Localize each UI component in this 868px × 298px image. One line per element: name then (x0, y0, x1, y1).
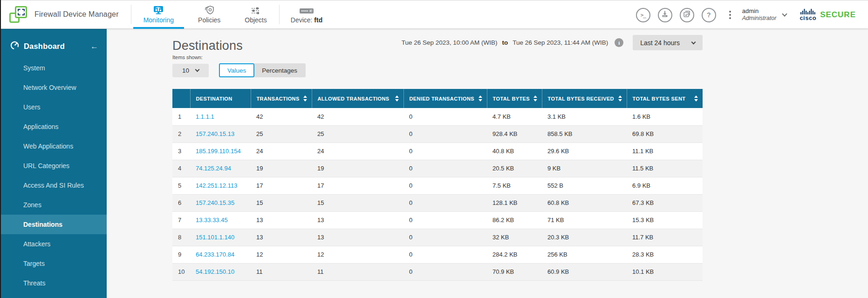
sort-icon[interactable] (303, 95, 307, 102)
help-icon: ? (707, 11, 711, 19)
destination-link[interactable]: 54.192.150.10 (196, 268, 234, 275)
deploy-icon (661, 10, 669, 20)
allowed-cell: 15 (312, 194, 403, 211)
app-header: Firewall Device Manager Monitoring (1, 0, 868, 29)
column-label: DENIED TRANSACTIONS (410, 96, 475, 102)
sent-cell: 11.1 KB (627, 142, 703, 160)
deploy-button[interactable] (658, 8, 672, 22)
sort-icon[interactable] (533, 95, 537, 102)
destination-cell: 74.125.24.94 (190, 160, 251, 177)
chevron-down-icon (691, 40, 696, 44)
destination-link[interactable]: 13.33.33.45 (196, 217, 228, 224)
row-rank: 4 (172, 160, 190, 177)
app-title: Firewall Device Manager (34, 10, 119, 19)
transactions-cell: 19 (251, 160, 312, 177)
column-label: DESTINATION (196, 96, 232, 102)
time-range-select[interactable]: Last 24 hours (633, 35, 703, 50)
sidebar-item-destinations[interactable]: Destinations (1, 215, 107, 234)
sidebar-item-system[interactable]: System (1, 58, 107, 78)
collapse-sidebar-icon[interactable]: ← (90, 42, 98, 51)
destination-link[interactable]: 74.125.24.94 (196, 165, 231, 172)
table-row: 1054.192.150.101111070.9 KB60.9 KB10.1 K… (172, 263, 703, 280)
received-cell: 60.8 KB (542, 194, 627, 211)
allowed-cell: 25 (312, 125, 403, 142)
more-options-button[interactable] (726, 9, 734, 21)
sort-icon[interactable] (618, 95, 622, 102)
total-bytes-cell: 32 KB (487, 229, 542, 246)
values-button[interactable]: Values (219, 63, 254, 77)
table-row: 964.233.170.8412120284.2 KB256 KB28.3 KB (172, 246, 703, 263)
tasks-button[interactable] (680, 8, 694, 22)
total-bytes-cell: 128.1 KB (487, 194, 542, 211)
destination-link[interactable]: 1.1.1.1 (196, 113, 214, 120)
tab-monitoring[interactable]: Monitoring (131, 0, 186, 29)
allowed-cell: 24 (312, 142, 403, 160)
destination-link[interactable]: 157.240.15.13 (196, 130, 234, 137)
sidebar-item-zones[interactable]: Zones (1, 195, 107, 215)
cli-console-button[interactable]: >_ (636, 8, 650, 22)
device-name: ftd (314, 16, 322, 24)
destination-link[interactable]: 142.251.12.113 (196, 182, 237, 189)
tab-policies[interactable]: Policies (186, 0, 232, 29)
destination-link[interactable]: 151.101.1.140 (196, 234, 234, 241)
sidebar-item-network-overview[interactable]: Network Overview (1, 78, 107, 97)
total-bytes-cell: 86.2 KB (487, 211, 542, 229)
destination-cell: 151.101.1.140 (190, 229, 251, 246)
tab-device[interactable]: Device: ftd (280, 6, 334, 24)
sidebar-item-access-and-si-rules[interactable]: Access And SI Rules (1, 176, 107, 195)
sent-cell: 11.7 KB (627, 229, 703, 246)
table-header-row: DESTINATIONTRANSACTIONSALLOWED TRANSACTI… (172, 89, 703, 108)
sort-icon[interactable] (395, 95, 399, 102)
range-start-datetime: Tue 26 Sep 2023, 10:00 AM (WIB) (402, 39, 498, 46)
received-cell: 256 KB (542, 246, 627, 263)
sent-cell: 69.8 KB (627, 125, 703, 142)
header-actions: >_ (636, 0, 868, 29)
sidebar-item-targets[interactable]: Targets (1, 254, 107, 273)
total-bytes-cell: 40.8 KB (487, 142, 542, 160)
sidebar-item-applications[interactable]: Applications (1, 117, 107, 136)
sidebar-item-web-applications[interactable]: Web Applications (1, 136, 107, 156)
app-logo-icon (8, 5, 28, 24)
destination-link[interactable]: 64.233.170.84 (196, 251, 234, 258)
table-row: 3185.199.110.1542424040.8 KB29.6 KB11.1 … (172, 142, 703, 160)
column-header-total-bytes[interactable]: TOTAL BYTES (487, 89, 542, 108)
tab-objects[interactable]: Objects (232, 0, 279, 29)
sort-icon[interactable] (478, 95, 482, 102)
denied-cell: 0 (403, 125, 487, 142)
table-controls: 10 Values Percentages (172, 63, 703, 77)
sidebar-item-url-categories[interactable]: URL Categories (1, 156, 107, 176)
destination-link[interactable]: 157.240.15.35 (196, 199, 234, 206)
sort-icon[interactable] (694, 95, 698, 102)
column-header-denied-transactions[interactable]: DENIED TRANSACTIONS (403, 89, 487, 108)
view-toggle: Values Percentages (219, 63, 306, 77)
allowed-cell: 13 (312, 211, 403, 229)
user-role: Administrator (742, 15, 777, 22)
percentages-button[interactable]: Percentages (254, 63, 306, 77)
row-rank: 8 (172, 229, 190, 246)
column-header-total-bytes-sent[interactable]: TOTAL BYTES SENT (627, 89, 703, 108)
row-rank: 10 (172, 263, 190, 280)
user-name: admin (742, 7, 777, 15)
column-header-allowed-transactions[interactable]: ALLOWED TRANSACTIONS (312, 89, 403, 108)
destination-link[interactable]: 185.199.110.154 (196, 148, 241, 155)
user-menu[interactable]: admin Administrator (742, 7, 787, 22)
row-rank: 2 (172, 125, 190, 142)
sidebar-item-attackers[interactable]: Attackers (1, 234, 107, 254)
denied-cell: 0 (403, 108, 487, 125)
sent-cell: 28.3 KB (627, 246, 703, 263)
destination-cell: 64.233.170.84 (190, 246, 251, 263)
items-per-page-select[interactable]: 10 (172, 64, 209, 77)
received-cell: 9 KB (542, 160, 627, 177)
sidebar-nav: SystemNetwork OverviewUsersApplicationsW… (1, 58, 107, 293)
info-icon[interactable]: i (615, 38, 623, 47)
range-separator: to (502, 39, 508, 46)
table-row: 2157.240.15.1325250928.4 KB858.5 KB69.8 … (172, 125, 703, 142)
sidebar-item-threats[interactable]: Threats (1, 273, 107, 293)
column-header-transactions[interactable]: TRANSACTIONS (251, 89, 312, 108)
sidebar-item-users[interactable]: Users (1, 97, 107, 117)
allowed-cell: 13 (312, 229, 403, 246)
help-button[interactable]: ? (702, 8, 716, 22)
received-cell: 20.3 KB (542, 229, 627, 246)
denied-cell: 0 (403, 160, 487, 177)
column-header-total-bytes-received[interactable]: TOTAL BYTES RECEIVED (542, 89, 627, 108)
